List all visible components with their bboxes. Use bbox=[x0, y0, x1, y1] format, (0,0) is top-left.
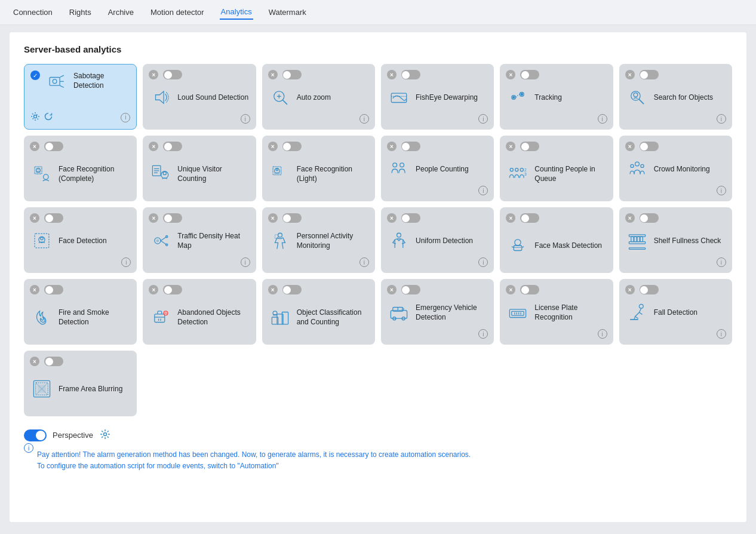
label-fall-detection: Fall Detection bbox=[654, 308, 726, 318]
toggle-loud-sound[interactable]: × bbox=[149, 70, 158, 79]
info-icon-shelf-fullness[interactable]: i bbox=[717, 257, 726, 267]
toggle-sabotage[interactable]: ✓ bbox=[30, 70, 40, 80]
toggle-track-object-classification[interactable] bbox=[282, 285, 302, 294]
icon-frame-blurring bbox=[30, 377, 54, 401]
refresh-icon-sabotage[interactable] bbox=[44, 112, 53, 123]
toggle-people-counting[interactable]: × bbox=[387, 142, 397, 151]
svg-point-52 bbox=[397, 233, 401, 237]
info-icon-auto-zoom[interactable]: i bbox=[359, 114, 369, 124]
toggle-search-objects[interactable]: × bbox=[625, 70, 635, 79]
label-object-classification: Object Classification and Counting bbox=[297, 308, 369, 327]
toggle-face-recognition-light[interactable]: × bbox=[268, 142, 278, 151]
info-icon-traffic-density[interactable]: i bbox=[241, 257, 250, 267]
toggle-object-classification[interactable]: × bbox=[268, 285, 278, 294]
icon-face-mask bbox=[506, 234, 530, 257]
toggle-track-search-objects[interactable] bbox=[640, 70, 659, 79]
toggle-track-personnel-activity[interactable] bbox=[282, 213, 302, 223]
notice-line2[interactable]: To configure the automation script for m… bbox=[37, 461, 471, 472]
toggle-track-loud-sound[interactable] bbox=[163, 70, 182, 79]
nav-analytics[interactable]: Analytics bbox=[220, 5, 253, 20]
toggle-track-counting-queue[interactable] bbox=[520, 142, 539, 151]
info-icon-crowd-monitoring[interactable]: i bbox=[717, 186, 726, 195]
main-container: Server-based analytics ✓ Sa bbox=[10, 32, 746, 522]
card-tracking: × Tracking bbox=[500, 64, 613, 130]
toggle-track-unique-visitor[interactable] bbox=[163, 142, 182, 151]
settings-icon-sabotage[interactable] bbox=[30, 112, 40, 123]
info-icon-emergency-vehicle[interactable]: i bbox=[478, 329, 488, 339]
toggle-shelf-fullness[interactable]: × bbox=[625, 213, 635, 223]
info-icon-people-counting[interactable]: i bbox=[478, 186, 488, 195]
toggle-track-emergency-vehicle[interactable] bbox=[401, 285, 420, 294]
perspective-settings-icon[interactable] bbox=[99, 428, 111, 442]
toggle-face-detection[interactable]: × bbox=[30, 213, 39, 223]
toggle-counting-queue[interactable]: × bbox=[506, 142, 515, 151]
icon-object-classification bbox=[268, 305, 292, 329]
label-personnel-activity: Personnel Activity Monitoring bbox=[297, 232, 369, 250]
card-fire-smoke: × Fire and Smoke Detection bbox=[24, 279, 137, 345]
svg-line-100 bbox=[107, 431, 109, 432]
nav-archive[interactable]: Archive bbox=[107, 5, 135, 19]
toggle-tracking[interactable]: × bbox=[506, 70, 515, 79]
toggle-license-plate[interactable]: × bbox=[506, 285, 515, 294]
toggle-track-face-detection[interactable] bbox=[44, 213, 63, 223]
toggle-track-tracking[interactable] bbox=[520, 70, 539, 79]
info-icon-face-detection[interactable]: i bbox=[121, 257, 131, 267]
nav-rights[interactable]: Rights bbox=[68, 5, 93, 19]
label-search-objects: Search for Objects bbox=[654, 93, 726, 103]
toggle-track-face-mask[interactable] bbox=[520, 213, 539, 223]
toggle-track-fisheye[interactable] bbox=[401, 70, 420, 79]
toggle-fisheye[interactable]: × bbox=[387, 70, 397, 79]
toggle-track-traffic-density[interactable] bbox=[163, 213, 182, 223]
toggle-face-recognition-complete[interactable]: × bbox=[30, 142, 39, 151]
icon-license-plate bbox=[506, 300, 530, 324]
toggle-track-face-rec-complete[interactable] bbox=[44, 142, 63, 151]
toggle-fire-smoke[interactable]: × bbox=[30, 285, 39, 294]
toggle-abandoned-objects[interactable]: × bbox=[149, 285, 158, 294]
svg-point-87 bbox=[639, 304, 643, 308]
toggle-track-uniform-detection[interactable] bbox=[401, 213, 420, 223]
info-icon-fisheye[interactable]: i bbox=[478, 114, 488, 124]
svg-text:2: 2 bbox=[524, 168, 527, 172]
toggle-fall-detection[interactable]: × bbox=[625, 285, 635, 294]
svg-text:3: 3 bbox=[524, 172, 527, 176]
toggle-track-frame-blurring[interactable] bbox=[44, 357, 63, 366]
toggle-track-fall-detection[interactable] bbox=[640, 285, 659, 294]
toggle-auto-zoom[interactable]: × bbox=[268, 70, 278, 79]
toggle-unique-visitor[interactable]: × bbox=[149, 142, 158, 151]
toggle-track-auto-zoom[interactable] bbox=[282, 70, 302, 79]
nav-bar: Connection Rights Archive Motion detecto… bbox=[0, 0, 756, 25]
nav-motion-detector[interactable]: Motion detector bbox=[149, 5, 205, 19]
perspective-toggle[interactable] bbox=[24, 429, 47, 441]
perspective-row: Perspective bbox=[24, 428, 732, 442]
toggle-track-abandoned-objects[interactable] bbox=[163, 285, 182, 294]
nav-connection[interactable]: Connection bbox=[12, 5, 54, 19]
icon-unique-visitor bbox=[149, 162, 173, 186]
toggle-track-people-counting[interactable] bbox=[401, 142, 420, 151]
card-traffic-density: × bbox=[143, 207, 256, 273]
toggle-track-crowd-monitoring[interactable] bbox=[640, 142, 659, 151]
info-icon-fall-detection[interactable]: i bbox=[717, 329, 726, 339]
info-icon-search-objects[interactable]: i bbox=[717, 114, 726, 124]
info-icon-sabotage[interactable]: i bbox=[121, 113, 130, 122]
info-icon-personnel-activity[interactable]: i bbox=[359, 257, 369, 267]
toggle-traffic-density[interactable]: × bbox=[149, 213, 158, 223]
toggle-personnel-activity[interactable]: × bbox=[268, 213, 278, 223]
info-icon-loud-sound[interactable]: i bbox=[241, 114, 250, 124]
info-icon-uniform-detection[interactable]: i bbox=[478, 257, 488, 267]
toggle-track-fire-smoke[interactable] bbox=[44, 285, 63, 294]
info-icon-license-plate[interactable]: i bbox=[598, 329, 607, 339]
toggle-face-mask[interactable]: × bbox=[506, 213, 515, 223]
toggle-uniform-detection[interactable]: × bbox=[387, 213, 397, 223]
toggle-crowd-monitoring[interactable]: × bbox=[625, 142, 635, 151]
toggle-track-shelf-fullness[interactable] bbox=[640, 213, 659, 223]
toggle-frame-blurring[interactable]: × bbox=[30, 357, 39, 366]
info-icon-tracking[interactable]: i bbox=[598, 114, 607, 124]
label-fisheye: FishEye Dewarping bbox=[416, 93, 488, 103]
card-people-counting: × People Counting bbox=[381, 136, 494, 201]
perspective-label: Perspective bbox=[53, 431, 93, 440]
svg-rect-63 bbox=[637, 237, 640, 242]
nav-watermark[interactable]: Watermark bbox=[268, 5, 308, 19]
toggle-track-face-rec-light[interactable] bbox=[282, 142, 302, 151]
toggle-track-license-plate[interactable] bbox=[520, 285, 539, 294]
toggle-emergency-vehicle[interactable]: × bbox=[387, 285, 397, 294]
